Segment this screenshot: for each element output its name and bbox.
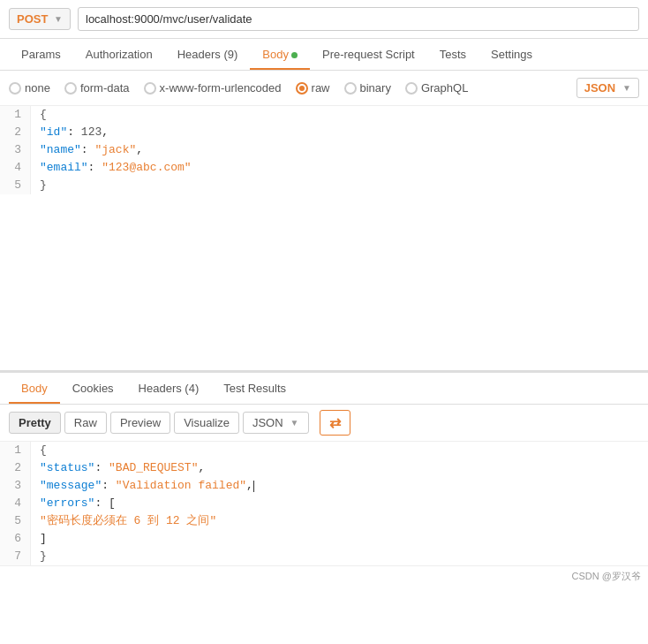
line-number: 1 — [0, 106, 31, 124]
line-content: ] — [31, 530, 648, 548]
table-row: 2 "id": 123, — [0, 124, 648, 141]
line-number: 6 — [0, 530, 31, 548]
response-tab-bar: Body Cookies Headers (4) Test Results — [0, 373, 648, 405]
body-type-bar: none form-data x-www-form-urlencoded raw… — [0, 71, 648, 106]
format-raw-button[interactable]: Raw — [64, 412, 107, 434]
radio-graphql-circle — [405, 82, 418, 95]
url-input[interactable] — [78, 7, 639, 31]
line-number: 3 — [0, 141, 31, 159]
line-content: "status": "BAD_REQUEST", — [31, 459, 648, 477]
format-preview-button[interactable]: Preview — [110, 412, 170, 434]
table-row: 5} — [0, 177, 648, 194]
url-bar: POST ▼ — [0, 0, 648, 39]
table-row: 7} — [0, 548, 648, 565]
tab-headers[interactable]: Headers (9) — [165, 39, 251, 70]
line-number: 2 — [0, 124, 31, 141]
line-content: "id": 123, — [31, 124, 648, 141]
radio-raw-circle — [296, 82, 308, 95]
body-dot-indicator — [291, 52, 298, 58]
line-number: 4 — [0, 495, 31, 512]
radio-form-data[interactable]: form-data — [64, 81, 130, 95]
response-body-editor[interactable]: 1{2 "status": "BAD_REQUEST",3 "message":… — [0, 442, 648, 565]
tab-body[interactable]: Body — [250, 39, 310, 70]
line-number: 1 — [0, 442, 31, 459]
format-pretty-button[interactable]: Pretty — [9, 412, 61, 434]
json-dropdown-arrow: ▼ — [622, 83, 631, 93]
radio-none-circle — [9, 82, 21, 95]
radio-urlencoded-circle — [144, 82, 156, 95]
line-content: "密码长度必须在 6 到 12 之间" — [31, 512, 648, 530]
line-content: "name": "jack", — [31, 141, 648, 159]
radio-binary[interactable]: binary — [344, 81, 391, 95]
tab-authorization[interactable]: Authorization — [73, 39, 165, 70]
response-format-bar: Pretty Raw Preview Visualize JSON ▼ ⇄ — [0, 405, 648, 442]
line-number: 2 — [0, 459, 31, 477]
response-tab-headers[interactable]: Headers (4) — [126, 373, 212, 404]
response-tab-test-results[interactable]: Test Results — [211, 373, 298, 404]
format-visualize-button[interactable]: Visualize — [174, 412, 239, 434]
line-content: } — [31, 177, 648, 194]
watermark: CSDN @罗汉爷 — [0, 565, 648, 587]
method-label: POST — [17, 12, 48, 26]
wrap-button[interactable]: ⇄ — [320, 410, 350, 436]
response-tab-body[interactable]: Body — [9, 373, 60, 404]
line-number: 3 — [0, 477, 31, 495]
table-row: 6 ] — [0, 530, 648, 548]
response-json-label: JSON — [252, 416, 283, 429]
table-row: 2 "status": "BAD_REQUEST", — [0, 459, 648, 477]
line-content: "message": "Validation failed", — [31, 477, 648, 495]
line-number: 4 — [0, 159, 31, 177]
table-row: 1{ — [0, 442, 648, 459]
request-tab-bar: Params Authorization Headers (9) Body Pr… — [0, 39, 648, 71]
line-content: "errors": [ — [31, 495, 648, 512]
method-dropdown-arrow: ▼ — [54, 14, 63, 24]
radio-graphql[interactable]: GraphQL — [405, 81, 468, 95]
radio-urlencoded[interactable]: x-www-form-urlencoded — [144, 81, 282, 95]
tab-tests[interactable]: Tests — [427, 39, 478, 70]
table-row: 3 "message": "Validation failed", — [0, 477, 648, 495]
table-row: 3 "name": "jack", — [0, 141, 648, 159]
table-row: 1{ — [0, 106, 648, 124]
radio-binary-circle — [344, 82, 357, 95]
tab-settings[interactable]: Settings — [478, 39, 545, 70]
tab-pre-request-script[interactable]: Pre-request Script — [310, 39, 427, 70]
json-format-label: JSON — [584, 81, 615, 95]
radio-none[interactable]: none — [9, 81, 50, 95]
tab-params[interactable]: Params — [9, 39, 73, 70]
request-body-editor[interactable]: 1{2 "id": 123,3 "name": "jack",4 "email"… — [0, 106, 648, 371]
line-content: } — [31, 548, 648, 565]
response-json-arrow: ▼ — [290, 418, 299, 428]
response-tab-cookies[interactable]: Cookies — [60, 373, 126, 404]
json-format-selector[interactable]: JSON ▼ — [576, 78, 639, 98]
line-number: 7 — [0, 548, 31, 565]
line-number: 5 — [0, 512, 31, 530]
table-row: 4 "email": "123@abc.com" — [0, 159, 648, 177]
response-json-selector[interactable]: JSON ▼ — [243, 412, 309, 434]
radio-form-data-circle — [64, 82, 77, 95]
line-number: 5 — [0, 177, 31, 194]
radio-raw[interactable]: raw — [296, 81, 330, 95]
table-row: 4 "errors": [ — [0, 495, 648, 512]
line-content: "email": "123@abc.com" — [31, 159, 648, 177]
line-content: { — [31, 106, 648, 124]
line-content: { — [31, 442, 648, 459]
response-section: Body Cookies Headers (4) Test Results Pr… — [0, 371, 648, 565]
table-row: 5 "密码长度必须在 6 到 12 之间" — [0, 512, 648, 530]
method-selector[interactable]: POST ▼ — [9, 8, 71, 30]
